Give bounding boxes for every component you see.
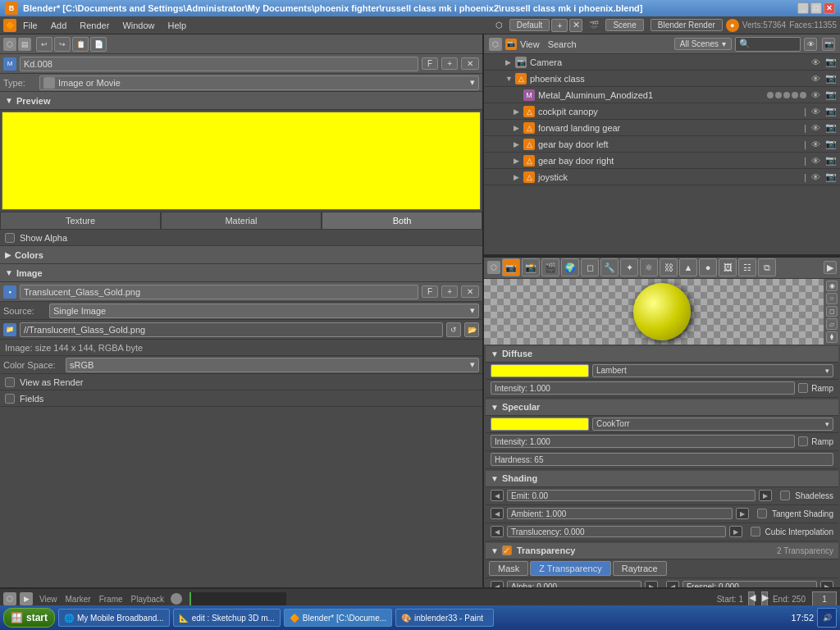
timeline-ruler[interactable] bbox=[189, 591, 287, 606]
trans-tab-mask[interactable]: Mask bbox=[489, 561, 528, 576]
view-menu-label[interactable]: View bbox=[39, 595, 57, 604]
shading-header[interactable]: ▼ Shading bbox=[486, 471, 838, 487]
cockpit-render-icon[interactable]: 📷 bbox=[825, 106, 837, 116]
marker-label[interactable]: Marker bbox=[66, 595, 91, 604]
tree-item-door-right[interactable]: ▶ △ gear bay door right | 👁 📷 bbox=[484, 153, 840, 169]
emit-dec-btn[interactable]: ◀ bbox=[491, 490, 504, 501]
image-name-input[interactable] bbox=[20, 285, 418, 299]
maximize-button[interactable]: □ bbox=[810, 2, 822, 14]
trans-tab-raytrace[interactable]: Raytrace bbox=[613, 561, 667, 576]
props-physics-btn[interactable]: ⚛ bbox=[640, 258, 658, 276]
image-header[interactable]: ▼ Image bbox=[0, 264, 482, 282]
playback-label[interactable]: Playback bbox=[131, 595, 165, 604]
cockpit-eye-icon[interactable]: 👁 bbox=[811, 107, 820, 116]
props-texture-btn[interactable]: 🖼 bbox=[719, 258, 737, 276]
prev-keyframe-btn[interactable]: ◀ bbox=[748, 591, 755, 606]
metal-render-icon[interactable]: 📷 bbox=[825, 89, 837, 100]
props-modifier-btn[interactable]: 🔧 bbox=[600, 258, 619, 276]
metal-eye-icon[interactable]: 👁 bbox=[811, 90, 820, 100]
cam-eye-icon[interactable]: 👁 bbox=[811, 57, 820, 67]
props-world-btn[interactable]: 🌍 bbox=[561, 258, 579, 276]
f-button[interactable]: F bbox=[422, 57, 438, 70]
specular-method-dropdown[interactable]: CookTorr ▾ bbox=[592, 418, 833, 431]
menu-add[interactable]: Add bbox=[44, 19, 74, 32]
render-btn[interactable]: 📷 bbox=[822, 38, 835, 51]
props-scene-btn[interactable]: 🎬 bbox=[541, 258, 559, 276]
image-x-btn[interactable]: ✕ bbox=[461, 285, 479, 298]
taskbar-item-sketchup[interactable]: 📐 edit : Sketchup 3D m... bbox=[173, 609, 281, 627]
emit-slider[interactable]: Emit: 0.00 bbox=[507, 490, 756, 501]
alpha-dec-btn[interactable]: ◀ bbox=[491, 581, 504, 587]
show-alpha-checkbox[interactable] bbox=[5, 233, 15, 243]
view-label[interactable]: View bbox=[520, 39, 540, 49]
all-scenes-dropdown[interactable]: All Scenes ▾ bbox=[674, 38, 732, 50]
preview-ctrl-2[interactable]: ○ bbox=[826, 293, 838, 304]
gear-render-icon[interactable]: 📷 bbox=[825, 122, 837, 133]
layout-dropdown[interactable]: Default bbox=[509, 19, 550, 31]
doorr-render-icon[interactable]: 📷 bbox=[825, 155, 837, 166]
specular-header[interactable]: ▼ Specular bbox=[486, 399, 838, 416]
frame-icon[interactable] bbox=[171, 593, 182, 605]
tree-item-joystick[interactable]: ▶ △ joystick | 👁 📷 bbox=[484, 169, 840, 185]
tree-item-door-left[interactable]: ▶ △ gear bay door left | 👁 📷 bbox=[484, 136, 840, 153]
toolbar-btn-2[interactable]: ↪ bbox=[54, 37, 71, 52]
toolbar-btn-3[interactable]: 📋 bbox=[72, 37, 89, 52]
transparency-header[interactable]: ▼ ✓ Transparency 2 Transparency bbox=[486, 543, 838, 559]
scene-dropdown[interactable]: Scene bbox=[605, 19, 643, 31]
type-dropdown[interactable]: Image or Movie ▾ bbox=[39, 75, 479, 90]
ambient-slider[interactable]: Ambient: 1.000 bbox=[507, 508, 733, 519]
preview-ctrl-5[interactable]: ⧫ bbox=[826, 331, 838, 343]
tab-both[interactable]: Both bbox=[322, 212, 482, 230]
doorl-render-icon[interactable]: 📷 bbox=[825, 139, 837, 149]
tree-item-cockpit[interactable]: ▶ △ cockpit canopy | 👁 📷 bbox=[484, 103, 840, 120]
colorspace-dropdown[interactable]: sRGB ▾ bbox=[66, 358, 479, 372]
frame-label[interactable]: Frame bbox=[99, 595, 123, 604]
trans-dec-btn[interactable]: ◀ bbox=[491, 526, 504, 537]
fresnel-inc-btn[interactable]: ▶ bbox=[820, 581, 833, 587]
tree-item-landing-gear[interactable]: ▶ △ forward landing gear | 👁 📷 bbox=[484, 120, 840, 136]
preview-header[interactable]: ▼ Preview bbox=[0, 92, 482, 110]
fields-checkbox[interactable] bbox=[5, 394, 15, 404]
specular-ramp-checkbox[interactable] bbox=[798, 436, 808, 446]
alpha-inc-btn[interactable]: ▶ bbox=[645, 581, 658, 587]
diffuse-header[interactable]: ▼ Diffuse bbox=[486, 346, 838, 363]
current-frame-input[interactable]: 1 bbox=[812, 591, 837, 606]
gear-eye-icon[interactable]: 👁 bbox=[811, 123, 820, 133]
path-reload-btn[interactable]: ↺ bbox=[446, 322, 461, 337]
close-button[interactable]: ✕ bbox=[824, 2, 835, 14]
diffuse-color-swatch[interactable] bbox=[491, 364, 589, 377]
props-render-btn[interactable]: 📷 bbox=[502, 258, 520, 276]
trans-tab-z[interactable]: Z Transparency bbox=[530, 561, 610, 576]
doorr-eye-icon[interactable]: 👁 bbox=[811, 156, 820, 166]
props-uv-btn[interactable]: ☷ bbox=[738, 258, 756, 276]
image-plus-btn[interactable]: + bbox=[441, 285, 458, 298]
specular-color-swatch[interactable] bbox=[491, 418, 589, 431]
phoenix-eye-icon[interactable]: 👁 bbox=[811, 74, 820, 84]
engine-dropdown[interactable]: Blender Render bbox=[651, 19, 723, 31]
trans-inc-btn[interactable]: ▶ bbox=[729, 526, 742, 537]
props-object-btn[interactable]: ◻ bbox=[581, 258, 599, 276]
layout-add-btn[interactable]: + bbox=[551, 19, 568, 32]
tab-material[interactable]: Material bbox=[161, 212, 322, 230]
diffuse-ramp-checkbox[interactable] bbox=[798, 383, 808, 393]
hardness-slider[interactable]: Hardness: 65 bbox=[491, 453, 833, 466]
alpha-slider[interactable]: Alpha: 0.000 bbox=[507, 581, 641, 587]
props-particle-btn[interactable]: ✦ bbox=[620, 258, 638, 276]
preview-ctrl-1[interactable]: ◉ bbox=[826, 281, 838, 292]
transparency-enable-checkbox[interactable]: ✓ bbox=[502, 546, 512, 555]
x-button[interactable]: ✕ bbox=[461, 57, 479, 70]
next-keyframe-btn[interactable]: ▶ bbox=[761, 591, 768, 606]
layout-remove-btn[interactable]: ✕ bbox=[569, 19, 582, 32]
hide-btn[interactable]: 👁 bbox=[804, 38, 817, 51]
props-scroll-right[interactable]: ▶ bbox=[824, 261, 837, 274]
start-button[interactable]: 🪟 start bbox=[3, 608, 55, 628]
props-compositor-btn[interactable]: ⧉ bbox=[758, 258, 776, 276]
play-btn[interactable]: ▶ bbox=[20, 592, 33, 605]
menu-help[interactable]: Help bbox=[162, 19, 194, 32]
ambient-inc-btn[interactable]: ▶ bbox=[736, 508, 749, 519]
doorl-eye-icon[interactable]: 👁 bbox=[811, 139, 820, 149]
path-input[interactable] bbox=[20, 322, 443, 337]
search-label[interactable]: Search bbox=[548, 39, 577, 49]
taskbar-item-broadband[interactable]: 🌐 My Mobile Broadband... bbox=[58, 609, 170, 627]
taskbar-item-paint[interactable]: 🎨 inblender33 - Paint bbox=[395, 609, 494, 627]
